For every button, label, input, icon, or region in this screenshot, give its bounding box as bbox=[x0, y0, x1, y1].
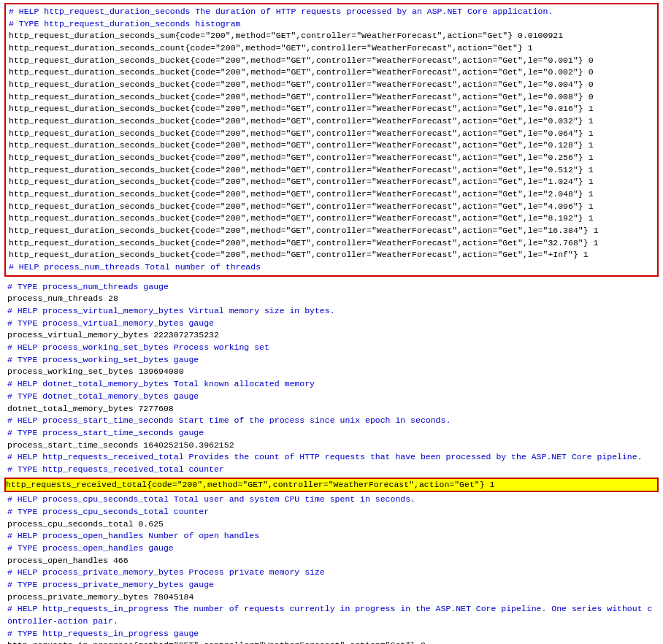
code-line: http_request_duration_seconds_bucket{cod… bbox=[9, 237, 654, 250]
code-line: http_request_duration_seconds_bucket{cod… bbox=[9, 115, 654, 128]
histogram-section: (function() { const data = JSON.parse(do… bbox=[4, 3, 659, 277]
code-line: # TYPE process_num_threads gauge bbox=[7, 281, 656, 294]
code-line: process_working_set_bytes 139694080 bbox=[7, 366, 656, 378]
code-line: process_private_memory_bytes 78045184 bbox=[7, 591, 656, 604]
code-line: # HELP process_private_memory_bytes Proc… bbox=[7, 567, 656, 579]
code-line: process_open_handles 466 bbox=[7, 555, 656, 567]
code-line: http_request_duration_seconds_bucket{cod… bbox=[9, 66, 654, 79]
code-line: process_cpu_seconds_total 0.625 bbox=[7, 518, 656, 531]
code-line: # TYPE process_virtual_memory_bytes gaug… bbox=[7, 318, 656, 330]
code-line: http_request_duration_seconds_bucket{cod… bbox=[9, 91, 654, 104]
code-line: http_request_duration_seconds_bucket{cod… bbox=[9, 188, 654, 201]
code-line: # HELP process_start_time_seconds Start … bbox=[7, 415, 656, 427]
normal-section-2: (function() { const data = JSON.parse(do… bbox=[4, 280, 659, 478]
code-line: process_virtual_memory_bytes 22230727352… bbox=[7, 329, 656, 342]
code-line: dotnet_total_memory_bytes 7277608 bbox=[7, 403, 656, 415]
code-line: # TYPE process_working_set_bytes gauge bbox=[7, 354, 656, 367]
code-line: http_request_duration_seconds_bucket{cod… bbox=[9, 55, 654, 67]
code-line: # TYPE process_start_time_seconds gauge bbox=[7, 427, 656, 440]
code-line: # HELP dotnet_total_memory_bytes Total k… bbox=[7, 378, 656, 391]
highlighted-line: http_requests_received_total{code="200",… bbox=[4, 478, 659, 493]
code-line: http_request_duration_seconds_bucket{cod… bbox=[9, 249, 654, 261]
code-line: http_request_duration_seconds_bucket{cod… bbox=[9, 201, 654, 213]
code-line: http_request_duration_seconds_bucket{cod… bbox=[9, 176, 654, 188]
code-line: # HELP process_num_threads Total number … bbox=[9, 261, 654, 274]
code-line: # HELP http_requests_received_total Prov… bbox=[7, 451, 656, 464]
code-line: # HELP process_virtual_memory_bytes Virt… bbox=[7, 305, 656, 318]
code-line: # HELP process_working_set_bytes Process… bbox=[7, 342, 656, 354]
code-line: http_request_duration_seconds_bucket{cod… bbox=[9, 103, 654, 115]
code-line: # TYPE dotnet_total_memory_bytes gauge bbox=[7, 391, 656, 403]
code-line: http_request_duration_seconds_bucket{cod… bbox=[9, 79, 654, 91]
code-line: # HELP process_open_handles Number of op… bbox=[7, 530, 656, 543]
code-line: http_request_duration_seconds_bucket{cod… bbox=[9, 164, 654, 177]
code-line: # TYPE process_private_memory_bytes gaug… bbox=[7, 579, 656, 591]
code-line: http_request_duration_seconds_sum{code="… bbox=[9, 30, 654, 42]
code-line: # TYPE process_open_handles gauge bbox=[7, 543, 656, 555]
code-line: http_request_duration_seconds_bucket{cod… bbox=[9, 212, 654, 225]
code-line: http_request_duration_seconds_count{code… bbox=[9, 42, 654, 55]
code-line: process_num_threads 28 bbox=[7, 293, 656, 305]
code-line: # TYPE http_request_duration_seconds his… bbox=[9, 18, 654, 31]
code-line: http_request_duration_seconds_bucket{cod… bbox=[9, 152, 654, 164]
code-line: http_request_duration_seconds_bucket{cod… bbox=[9, 225, 654, 237]
code-line: # HELP http_request_duration_seconds The… bbox=[9, 6, 654, 18]
code-line: # TYPE http_requests_in_progress gauge bbox=[7, 628, 656, 640]
code-line: # HELP process_cpu_seconds_total Total u… bbox=[7, 494, 656, 506]
code-line: http_request_duration_seconds_bucket{cod… bbox=[9, 128, 654, 140]
code-line: # HELP http_requests_in_progress The num… bbox=[7, 603, 656, 627]
code-line: process_start_time_seconds 1640252150.39… bbox=[7, 440, 656, 452]
code-line: # TYPE http_requests_received_total coun… bbox=[7, 464, 656, 476]
code-line: http_requests_in_progress{method="GET",c… bbox=[7, 640, 656, 644]
code-line: http_request_duration_seconds_bucket{cod… bbox=[9, 139, 654, 152]
code-line: # TYPE process_cpu_seconds_total counter bbox=[7, 506, 656, 518]
main-content: (function() { const data = JSON.parse(do… bbox=[0, 0, 663, 644]
normal-section-3: (function() { const data = JSON.parse(do… bbox=[4, 492, 659, 644]
